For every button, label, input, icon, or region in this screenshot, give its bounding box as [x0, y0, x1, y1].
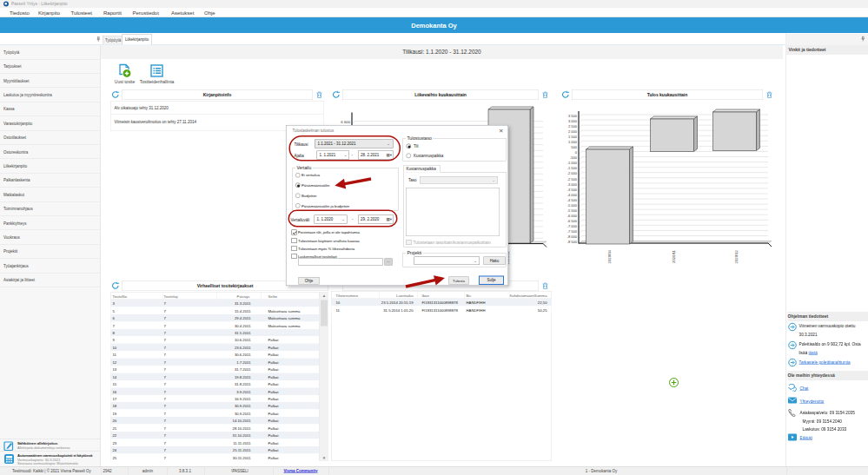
svg-text:-500: -500: [570, 155, 578, 160]
svg-text:-8 500: -8 500: [567, 240, 578, 244]
svg-text:-3 500: -3 500: [567, 188, 578, 192]
svg-text:-3 000: -3 000: [567, 182, 578, 187]
svg-text:2 000: 2 000: [568, 129, 578, 134]
svg-text:-7 000: -7 000: [567, 224, 578, 228]
svg-text:1 000: 1 000: [568, 140, 578, 144]
svg-text:-1 000: -1 000: [567, 161, 578, 165]
svg-text:-5 500: -5 500: [567, 208, 578, 213]
svg-text:-6 000: -6 000: [567, 214, 578, 218]
svg-text:-6 500: -6 500: [567, 219, 578, 223]
svg-text:-4 000: -4 000: [567, 193, 578, 197]
svg-text:3 500: 3 500: [568, 114, 578, 118]
svg-text:-8 000: -8 000: [567, 234, 578, 239]
svg-text:2020/04: 2020/04: [607, 249, 612, 263]
svg-text:500: 500: [571, 145, 577, 149]
svg-text:-5 000: -5 000: [567, 203, 578, 208]
svg-text:6 600: 6 600: [341, 120, 350, 124]
svg-text:3 000: 3 000: [568, 119, 578, 123]
svg-text:-4 500: -4 500: [567, 198, 578, 202]
svg-text:2 500: 2 500: [568, 124, 578, 129]
svg-text:-2 000: -2 000: [567, 171, 578, 175]
svg-text:2020/12: 2020/12: [734, 249, 739, 263]
svg-text:-2 500: -2 500: [567, 177, 578, 181]
svg-text:1 500: 1 500: [568, 135, 578, 139]
svg-text:-7 500: -7 500: [567, 229, 578, 234]
svg-text:0: 0: [575, 150, 578, 155]
svg-text:-1 500: -1 500: [567, 166, 578, 170]
svg-text:2020/11: 2020/11: [672, 249, 676, 263]
